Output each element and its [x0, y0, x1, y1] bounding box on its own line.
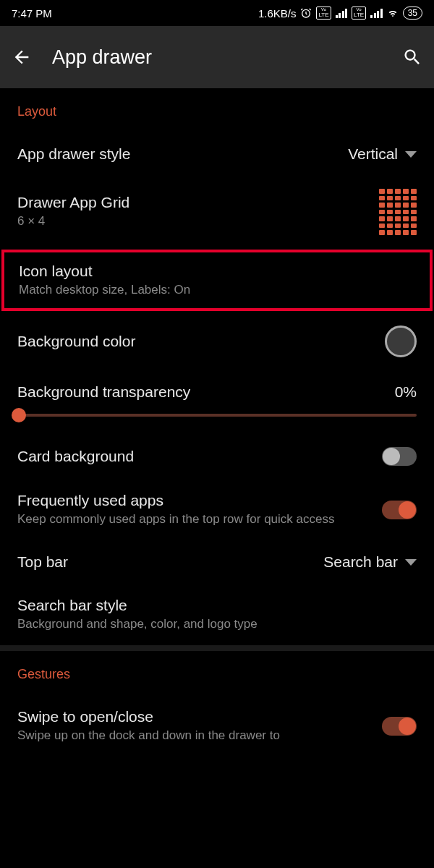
grid-preview-icon	[379, 189, 417, 235]
sub-drawer-app-grid: 6 × 4	[17, 213, 367, 229]
section-gestures: Gestures	[0, 651, 434, 695]
row-card-background[interactable]: Card background	[0, 434, 434, 479]
page-title: App drawer	[52, 46, 382, 69]
search-button[interactable]	[402, 47, 422, 67]
chevron-down-icon	[405, 151, 417, 158]
row-icon-layout[interactable]: Icon layout Match desktop size, Labels: …	[1, 250, 433, 311]
row-app-drawer-style[interactable]: App drawer style Vertical	[0, 132, 434, 176]
label-card-background: Card background	[17, 448, 370, 465]
row-drawer-app-grid[interactable]: Drawer App Grid 6 × 4	[0, 176, 434, 248]
row-background-color[interactable]: Background color	[0, 312, 434, 370]
alarm-icon	[300, 7, 312, 19]
chevron-down-icon	[405, 559, 417, 566]
row-search-bar-style[interactable]: Search bar style Background and shape, c…	[0, 584, 434, 645]
transparency-slider[interactable]	[17, 414, 417, 417]
label-background-color: Background color	[17, 333, 373, 350]
battery-indicator: 35	[403, 7, 422, 20]
volte-badge-1: VoLTE	[316, 7, 331, 19]
wifi-icon	[387, 7, 399, 19]
label-background-transparency: Background transparency	[17, 383, 190, 401]
label-top-bar: Top bar	[17, 553, 312, 571]
value-top-bar: Search bar	[323, 553, 398, 571]
label-swipe-open-close: Swipe to open/close	[17, 708, 370, 726]
row-top-bar[interactable]: Top bar Search bar	[0, 540, 434, 584]
label-drawer-app-grid: Drawer App Grid	[17, 194, 367, 211]
label-icon-layout: Icon layout	[19, 263, 415, 280]
network-speed: 1.6KB/s	[258, 7, 297, 20]
sub-icon-layout: Match desktop size, Labels: On	[19, 282, 415, 298]
sub-search-bar-style: Background and shape, color, and logo ty…	[17, 616, 417, 632]
sub-frequently-used-apps: Keep commonly used apps in the top row f…	[17, 511, 370, 527]
color-swatch[interactable]	[385, 326, 417, 357]
dropdown-app-drawer-style[interactable]: Vertical	[348, 145, 417, 163]
volte-badge-2: VoLTE	[352, 7, 366, 19]
switch-card-background[interactable]	[382, 447, 417, 466]
status-time: 7:47 PM	[12, 7, 52, 20]
section-divider	[0, 645, 434, 651]
slider-thumb[interactable]	[12, 408, 26, 422]
row-background-transparency[interactable]: Background transparency 0%	[0, 370, 434, 417]
row-swipe-open-close[interactable]: Swipe to open/close Swipe up on the dock…	[0, 695, 434, 746]
status-bar: 7:47 PM 1.6KB/s VoLTE VoLTE 35	[0, 0, 434, 26]
label-frequently-used-apps: Frequently used apps	[17, 492, 370, 509]
back-button[interactable]	[12, 47, 32, 67]
switch-frequently-used-apps[interactable]	[382, 501, 417, 519]
value-background-transparency: 0%	[395, 383, 417, 401]
row-frequently-used-apps[interactable]: Frequently used apps Keep commonly used …	[0, 479, 434, 540]
label-search-bar-style: Search bar style	[17, 597, 417, 614]
section-layout: Layout	[0, 88, 434, 132]
sub-swipe-open-close: Swipe up on the dock and down in the dra…	[17, 728, 370, 744]
dropdown-top-bar[interactable]: Search bar	[323, 553, 417, 571]
signal-icon-2	[370, 8, 383, 18]
switch-swipe-open-close[interactable]	[382, 717, 417, 736]
label-app-drawer-style: App drawer style	[17, 145, 336, 163]
status-right-cluster: 1.6KB/s VoLTE VoLTE 35	[258, 7, 422, 20]
value-app-drawer-style: Vertical	[348, 145, 398, 163]
app-bar: App drawer	[0, 26, 434, 88]
signal-icon-1	[336, 8, 348, 18]
